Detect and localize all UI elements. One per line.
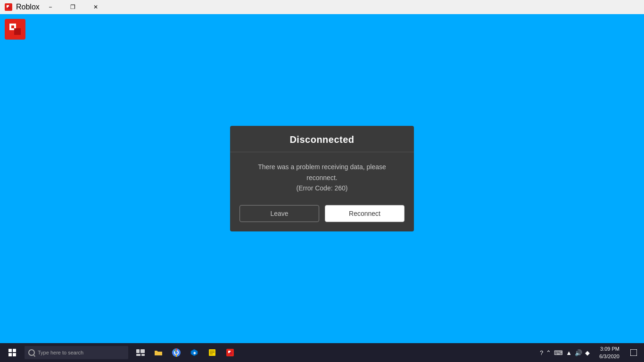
volume-icon[interactable]: 🔊 xyxy=(575,349,582,356)
svg-rect-28 xyxy=(630,349,637,356)
dialog-message-line1: There was a problem receiving data, plea… xyxy=(258,163,386,171)
svg-rect-12 xyxy=(140,349,145,353)
help-icon[interactable]: ? xyxy=(540,349,543,356)
sticky-notes-icon[interactable] xyxy=(204,344,221,361)
wifi-icon[interactable]: ▲ xyxy=(566,349,572,356)
svg-rect-7 xyxy=(8,349,12,352)
systray-chevron[interactable]: ⌃ xyxy=(546,349,551,356)
svg-rect-24 xyxy=(210,354,213,354)
app-icon xyxy=(4,2,13,12)
file-explorer-icon[interactable] xyxy=(150,344,167,361)
task-view-icon[interactable] xyxy=(132,344,149,361)
dropbox-icon[interactable]: ◆ xyxy=(585,349,590,356)
roblox-taskbar-icon[interactable] xyxy=(222,344,239,361)
search-bar[interactable]: Type here to search xyxy=(25,346,128,359)
main-area: Disconnected There was a problem receivi… xyxy=(0,14,644,343)
svg-rect-15 xyxy=(155,352,162,355)
taskbar: Type here to search xyxy=(0,343,644,362)
notification-button[interactable] xyxy=(625,343,642,362)
keyboard-icon[interactable]: ⌨ xyxy=(554,349,563,356)
dialog-body: There was a problem receiving data, plea… xyxy=(230,152,414,205)
svg-text:◆: ◆ xyxy=(193,351,196,354)
search-placeholder: Type here to search xyxy=(38,350,83,355)
close-button[interactable]: ✕ xyxy=(85,0,107,14)
systray: ? ⌃ ⌨ ▲ 🔊 ◆ xyxy=(536,349,594,356)
dialog-title: Disconnected xyxy=(289,134,354,145)
roblox-logo xyxy=(5,19,25,40)
reconnect-button[interactable]: Reconnect xyxy=(325,205,405,222)
chrome-icon[interactable] xyxy=(168,344,185,361)
minimize-button[interactable]: − xyxy=(40,0,61,14)
svg-rect-9 xyxy=(8,353,12,356)
restore-button[interactable]: ❐ xyxy=(62,0,84,14)
svg-rect-10 xyxy=(13,353,16,356)
svg-rect-27 xyxy=(230,352,232,354)
blue-app-icon[interactable]: ◆ xyxy=(186,344,203,361)
dialog-buttons: Leave Reconnect xyxy=(230,205,414,222)
search-icon xyxy=(28,349,35,356)
titlebar-title: Roblox xyxy=(16,3,40,11)
svg-rect-2 xyxy=(8,7,10,9)
dialog-message-line2: reconnect. xyxy=(306,174,337,181)
svg-rect-23 xyxy=(210,352,215,353)
taskbar-right: ? ⌃ ⌨ ▲ 🔊 ◆ 3:09 PM 6/3/2020 xyxy=(536,343,642,362)
taskbar-clock[interactable]: 3:09 PM 6/3/2020 xyxy=(595,345,623,361)
clock-time: 3:09 PM xyxy=(599,345,619,353)
svg-rect-6 xyxy=(11,25,14,28)
svg-rect-5 xyxy=(14,28,21,35)
taskbar-icons: ◆ xyxy=(132,344,239,361)
start-button[interactable] xyxy=(2,343,23,362)
svg-rect-14 xyxy=(141,354,145,356)
svg-rect-8 xyxy=(13,349,16,352)
titlebar: Roblox − ❐ ✕ xyxy=(0,0,644,14)
svg-rect-13 xyxy=(136,354,140,356)
svg-rect-11 xyxy=(136,349,140,353)
svg-rect-22 xyxy=(210,351,215,352)
clock-date: 6/3/2020 xyxy=(599,353,619,361)
leave-button[interactable]: Leave xyxy=(239,205,319,222)
titlebar-controls: − ❐ ✕ xyxy=(40,0,107,14)
dialog-header: Disconnected xyxy=(230,126,414,152)
disconnected-dialog: Disconnected There was a problem receivi… xyxy=(230,126,414,231)
dialog-message-line3: (Error Code: 260) xyxy=(297,184,348,192)
